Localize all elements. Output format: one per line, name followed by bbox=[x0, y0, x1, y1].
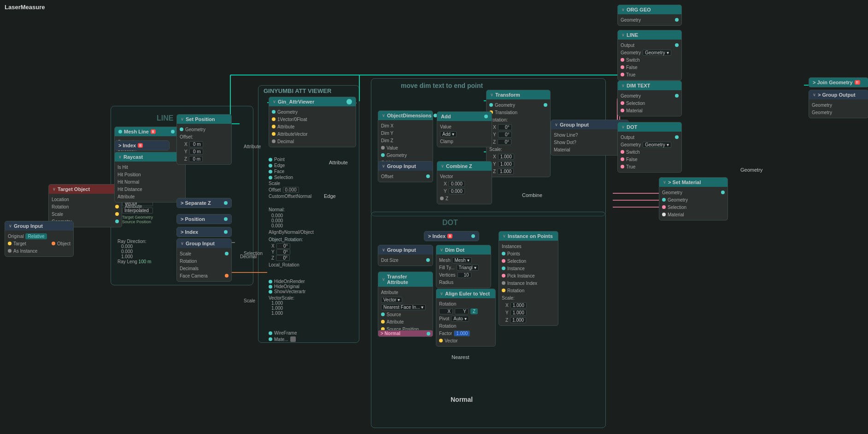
add-clamp-text: Clamp bbox=[440, 139, 453, 144]
iop-points-socket bbox=[502, 252, 505, 255]
set-material-label: > Set Material bbox=[668, 179, 701, 185]
set-position-z-val[interactable]: 0 m bbox=[189, 156, 203, 162]
dim-text-geometry-text: Geometry bbox=[621, 93, 641, 98]
iop-selection-row: Selection bbox=[499, 257, 558, 265]
dim-dot-node: ∨ Dim Dot Mesh Mesh ▾ Fill Ty... Triangl… bbox=[436, 245, 491, 288]
set-position-x-val[interactable]: 0 m bbox=[189, 141, 203, 147]
group-input-show-dot-text: Show Dot? bbox=[554, 140, 576, 145]
obj-dim-x-text: Dim X bbox=[381, 123, 393, 128]
transfer-source-text: Source bbox=[387, 312, 401, 317]
transform-rot-y-val[interactable]: 0° bbox=[498, 132, 512, 138]
dot-geometry-dropdown[interactable]: Geometry ▾ bbox=[643, 142, 671, 148]
align-x-val[interactable]: X bbox=[439, 308, 453, 314]
transform-scale-y-val[interactable]: 1.000 bbox=[498, 161, 514, 167]
group-output-geometry-text: Geometry bbox=[812, 103, 832, 108]
dim-text-selection-row: Selection bbox=[618, 99, 681, 107]
add-dropdown-row: Add ▾ bbox=[437, 130, 492, 138]
iop-scale-y-val[interactable]: 1.000 bbox=[510, 310, 527, 316]
align-y-val[interactable]: Y bbox=[455, 308, 469, 314]
join-geometry-header: > Join Geometry !! bbox=[809, 78, 868, 87]
iop-instance-index-text: Instance Index bbox=[507, 281, 537, 286]
combine-z-y-label: Y bbox=[444, 189, 447, 194]
transfer-vector-row: Vector ▾ bbox=[378, 296, 433, 303]
transfer-source-socket bbox=[381, 312, 385, 316]
mesh-line-left-socket bbox=[118, 130, 122, 133]
index-line2-label: > Index bbox=[181, 229, 198, 235]
raycast-node: ∨ Raycast Is Hit Hit Position Hit Normal… bbox=[114, 152, 186, 203]
combine-z-y-row: Y 0.000 bbox=[437, 187, 492, 195]
line-geometry-text: Geometry bbox=[621, 50, 641, 55]
set-position-y-val[interactable]: 0 m bbox=[189, 149, 203, 155]
iop-scale-label-text: Scale: bbox=[502, 295, 515, 301]
group-input-line-node: ∨ Group Input Scale Rotation Decimals Fa… bbox=[176, 238, 232, 282]
align-pivot-dropdown[interactable]: Auto ▾ bbox=[451, 316, 469, 322]
set-material-material-row: Material bbox=[659, 211, 727, 218]
gin-normal-section: Normal: 0.000 0.000 0.000 AlignByNormal/… bbox=[269, 207, 314, 235]
transform-rot-x-val[interactable]: 0° bbox=[498, 124, 512, 130]
join-geometry-badge: !! bbox=[855, 80, 860, 85]
ray-direction-section: Ray Direction: 0.000 0.000 1.000 Ray Len… bbox=[117, 239, 151, 264]
dot-false-left bbox=[621, 157, 624, 161]
raycast-hit-dist-row: Hit Distance bbox=[115, 185, 185, 193]
index-dot-right-socket bbox=[471, 234, 475, 238]
dim-dot-filltype-dropdown[interactable]: Triangl ▾ bbox=[457, 265, 479, 271]
iop-scale-x-label: X bbox=[505, 303, 509, 308]
transfer-nearest-dropdown[interactable]: Nearest Face In... ▾ bbox=[381, 304, 426, 310]
group-input-material-row: Material bbox=[551, 146, 628, 153]
combine-z-z-row: Z bbox=[437, 195, 492, 202]
line-true-row: True bbox=[618, 71, 681, 78]
align-vector-socket bbox=[439, 339, 443, 342]
target-object-label: Target Object bbox=[58, 186, 90, 192]
group-input-dot-node: ∨ Group Input Dot Size bbox=[378, 245, 433, 266]
dim-dot-mesh-dropdown[interactable]: Mesh ▾ bbox=[452, 257, 471, 263]
group-input-movedim-offset-text: Offset bbox=[381, 174, 393, 179]
group-input-line-decimals-row: Decimals bbox=[177, 265, 231, 272]
iop-rotation-text: Rotation bbox=[507, 288, 524, 293]
gin-points-section: Point Edge Face Selection Scale Offset 0… bbox=[269, 156, 311, 199]
gin-attrviewer-dot bbox=[346, 99, 352, 104]
combine-z-x-val[interactable]: 0.000 bbox=[449, 181, 465, 187]
transform-rot-z-val[interactable]: 0° bbox=[498, 139, 511, 145]
set-position-y-row: Y 0 m bbox=[177, 148, 231, 155]
group-input-relative-btn[interactable]: Relative bbox=[25, 233, 47, 239]
group-output-node: ∨ > Group Output Geometry Geometry bbox=[809, 90, 868, 118]
combine-z-y-val[interactable]: 0.000 bbox=[449, 188, 465, 194]
gin-wire-section: WireFrame Mate... bbox=[269, 330, 297, 342]
dim-text-geometry-socket bbox=[675, 94, 679, 98]
position-line-header: > Position bbox=[177, 214, 231, 224]
set-position-x-label: X bbox=[184, 142, 188, 147]
transfer-vector-dropdown[interactable]: Vector ▾ bbox=[381, 297, 402, 303]
align-factor-val[interactable]: 1.000 bbox=[454, 330, 470, 336]
iop-scale-z-val[interactable]: 1.000 bbox=[510, 317, 526, 323]
dim-text-selection-left bbox=[621, 101, 624, 105]
group-input-line-rotation-text: Rotation bbox=[180, 259, 197, 264]
align-z-active[interactable]: Z bbox=[470, 308, 478, 314]
combine-z-x-label: X bbox=[444, 181, 447, 186]
target-geometry-socket bbox=[115, 220, 119, 223]
obj-dim-value-text: Value bbox=[387, 145, 398, 150]
transform-scale-z-val[interactable]: 1.000 bbox=[498, 168, 514, 174]
line-geometry-dropdown[interactable]: Geometry ▾ bbox=[643, 50, 671, 56]
align-rotation-text: Rotation bbox=[439, 301, 456, 307]
group-input-line-scale-socket bbox=[225, 252, 229, 255]
add-op-dropdown[interactable]: Add ▾ bbox=[440, 131, 457, 137]
dot-output-text: Output bbox=[621, 135, 634, 140]
iop-scale-y-row: Y 1.000 bbox=[499, 309, 558, 316]
set-position-offset-text: Offset: bbox=[180, 134, 193, 139]
transform-rot-x-row: X 0° bbox=[487, 123, 550, 131]
target-rotation-row: Rotation bbox=[49, 203, 122, 210]
dot-false-row: False bbox=[618, 156, 681, 163]
iop-scale-x-val[interactable]: 1.000 bbox=[510, 302, 527, 308]
transfer-attribute-label: Transfer Attribute bbox=[387, 274, 429, 285]
app-title: LaserMeasure bbox=[5, 4, 45, 11]
raycast-header: ∨ Raycast bbox=[115, 152, 185, 162]
line-switch-left-socket bbox=[621, 58, 624, 62]
instance-on-points-header: ∨ Instance on Points bbox=[499, 231, 558, 241]
instance-on-points-label: Instance on Points bbox=[508, 233, 553, 239]
index-dot-node: > Index II bbox=[424, 231, 479, 241]
obj-dim-z-row: Dim Z bbox=[378, 137, 433, 144]
transform-scale-x-val[interactable]: 1.000 bbox=[498, 154, 514, 160]
dim-text-selection-text: Selection bbox=[626, 101, 645, 106]
set-material-geometry-socket bbox=[721, 191, 725, 194]
dim-dot-vertices-val[interactable]: 10 bbox=[457, 272, 471, 278]
